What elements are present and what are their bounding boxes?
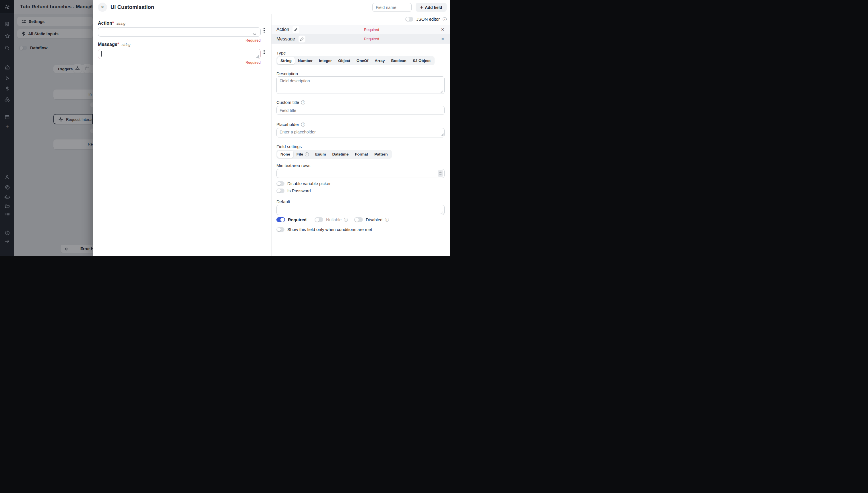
is-password-toggle[interactable] [276,189,284,193]
resize-handle-icon[interactable] [256,55,259,58]
text-cursor [101,51,102,57]
close-icon[interactable]: ✕ [98,3,107,12]
type-option-string[interactable]: String [277,57,295,64]
conditions-toggle[interactable] [276,227,284,232]
remove-field-icon[interactable]: ✕ [441,37,444,41]
disable-variable-picker-row: Disable variable picker [276,181,331,186]
required-badge: Required [364,27,379,32]
nullable-toggle-label: Nullable [326,217,342,222]
description-label: Description [276,71,298,76]
type-option-array[interactable]: Array [372,57,388,64]
type-option-object[interactable]: Object [335,57,353,64]
conditions-row: Show this field only when conditions are… [276,227,372,232]
min-rows-input[interactable] [276,169,445,178]
fs-option-enum[interactable]: Enum [312,151,329,158]
disabled-toggle[interactable] [354,217,363,222]
fs-option-pattern[interactable]: Pattern [371,151,391,158]
remove-field-icon[interactable]: ✕ [441,27,444,32]
nullable-toggle[interactable] [315,217,323,222]
field-settings-label: Field settings [276,144,302,149]
field-row-action[interactable]: Action Required ✕ [272,25,450,34]
type-option-s3object[interactable]: S3 Object [409,57,434,64]
drag-handle-icon[interactable] [262,28,266,33]
info-icon[interactable] [385,218,389,222]
conditions-label: Show this field only when conditions are… [287,227,372,232]
default-field-wrap [276,205,445,215]
chevron-down-icon [253,31,256,37]
disabled-toggle-label: Disabled [366,217,382,222]
required-toggle[interactable] [276,217,285,222]
drag-handle-icon[interactable] [262,49,266,55]
info-icon [305,152,309,156]
app-screen: + Tuto Refund branches - Manually [0,0,450,256]
preview-action-label: Action*string [98,21,125,26]
info-icon[interactable] [301,123,305,127]
info-icon[interactable] [301,101,305,104]
resize-handle-icon[interactable] [441,133,443,136]
min-rows-wrap [276,169,445,178]
disable-variable-picker-label: Disable variable picker [287,181,331,186]
ui-customisation-modal: ✕ UI Customisation + Add field Action*st… [93,0,450,256]
field-name-input[interactable] [372,3,411,12]
field-row-name: Action [276,27,289,32]
placeholder-field-wrap [276,128,445,137]
field-row-message[interactable]: Message Required ✕ [272,34,450,44]
resize-handle-icon[interactable] [441,211,443,214]
type-label: Type [276,50,286,56]
field-settings-segmented-control: None File Enum Datetime Format Pattern [276,150,392,159]
fs-option-none[interactable]: None [277,151,293,158]
resize-handle-icon[interactable] [441,90,443,93]
type-option-boolean[interactable]: Boolean [388,57,409,64]
json-editor-toggle[interactable] [405,17,413,22]
action-select[interactable] [98,27,261,37]
plus-icon: + [420,5,423,10]
info-icon[interactable] [443,17,447,21]
field-row-name: Message [276,37,295,42]
custom-title-label: Custom title [276,100,305,105]
info-icon[interactable] [344,218,348,222]
is-password-label: Is Password [287,188,311,193]
edit-pencil-icon[interactable] [298,36,305,42]
is-password-row: Is Password [276,188,311,193]
disable-variable-picker-toggle[interactable] [276,181,284,186]
min-textarea-rows-label: Min textarea rows [276,163,310,168]
message-textarea[interactable] [98,49,261,59]
description-field-wrap [276,76,445,94]
placeholder-label: Placeholder [276,122,305,127]
json-editor-row: JSON editor [405,17,447,22]
message-required-text: Required [98,60,261,65]
edit-pencil-icon[interactable] [293,26,299,33]
default-label: Default [276,199,290,204]
type-option-integer[interactable]: Integer [316,57,335,64]
fs-option-file[interactable]: File [293,151,312,158]
number-stepper[interactable] [438,170,443,177]
description-textarea[interactable] [276,76,445,94]
type-segmented-control: String Number Integer Object OneOf Array… [276,56,435,65]
type-option-oneof[interactable]: OneOf [353,57,372,64]
field-editor-pane: JSON editor Action Required ✕ Message Re… [271,14,450,256]
preview-message-label: Message*string [98,42,130,47]
type-option-number[interactable]: Number [295,57,316,64]
required-toggle-label: Required [288,217,306,222]
required-badge: Required [364,37,379,41]
placeholder-textarea[interactable] [276,128,445,137]
json-editor-label: JSON editor [416,17,440,22]
modal-title: UI Customisation [110,4,154,10]
add-field-button[interactable]: + Add field [416,3,447,12]
modal-header: ✕ UI Customisation + Add field [93,0,450,14]
default-textarea[interactable] [276,205,445,215]
fs-option-format[interactable]: Format [352,151,372,158]
modal-backdrop[interactable] [0,0,93,256]
flags-row: Required Nullable Disabled [276,217,389,222]
form-preview-pane: Action*string Required Message*string Re… [93,14,271,256]
fs-option-datetime[interactable]: Datetime [329,151,352,158]
custom-title-input[interactable] [276,106,445,115]
add-field-label: Add field [425,5,442,10]
